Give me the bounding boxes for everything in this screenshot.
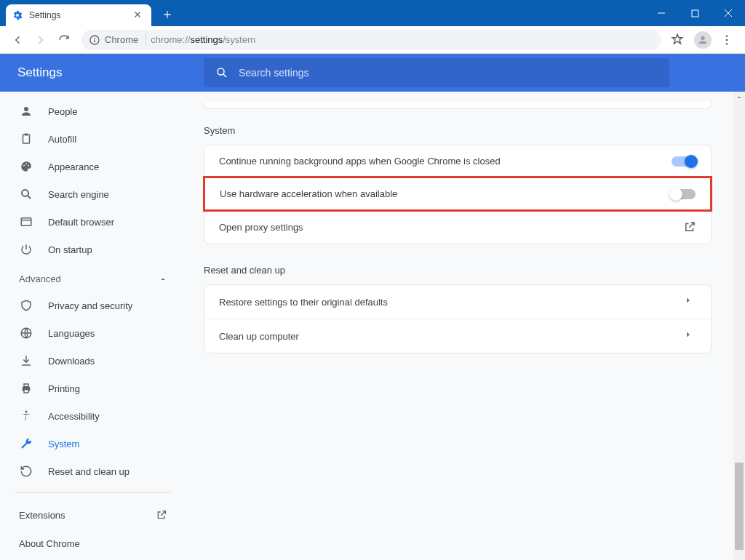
extensions-label: Extensions — [19, 510, 65, 521]
browser-toolbar: Chrome chrome://settings/system — [0, 26, 745, 54]
svg-point-13 — [25, 163, 27, 164]
sidebar-item-label: Reset and clean up — [48, 466, 130, 477]
toggle-hardware-acceleration[interactable] — [671, 189, 696, 199]
svg-rect-3 — [94, 39, 95, 42]
search-icon — [19, 187, 33, 201]
row-proxy-settings[interactable]: Open proxy settings — [204, 210, 711, 244]
globe-icon — [19, 326, 33, 340]
sidebar-item-accessibility[interactable]: Accessibility — [0, 402, 186, 430]
sidebar-divider — [15, 492, 172, 493]
row-background-apps: Continue running background apps when Go… — [204, 145, 711, 177]
browser-tab[interactable]: Settings — [6, 4, 151, 26]
page-title: Settings — [17, 65, 204, 80]
sidebar-item-label: Appearance — [48, 161, 99, 172]
close-icon[interactable] — [132, 9, 144, 21]
maximize-button[interactable] — [678, 0, 712, 26]
sidebar-item-reset[interactable]: Reset and clean up — [0, 457, 186, 485]
palette-icon — [19, 159, 33, 174]
svg-point-6 — [726, 39, 728, 41]
row-label: Open proxy settings — [219, 222, 303, 233]
about-label: About Chrome — [19, 538, 80, 549]
window-titlebar: Settings — [0, 0, 745, 26]
row-hardware-acceleration: Use hardware acceleration when available — [203, 176, 712, 212]
sidebar-item-label: Downloads — [48, 356, 95, 367]
external-link-icon — [156, 509, 167, 521]
previous-card-stub — [204, 102, 712, 109]
sidebar-item-label: On startup — [48, 244, 92, 255]
svg-point-21 — [25, 411, 28, 413]
toggle-background-apps[interactable] — [672, 156, 696, 167]
search-settings-input[interactable] — [239, 67, 658, 79]
sidebar-item-label: Privacy and security — [48, 300, 132, 311]
shield-icon — [19, 298, 33, 313]
sidebar-item-privacy[interactable]: Privacy and security — [0, 292, 186, 319]
restore-icon — [19, 464, 33, 479]
sidebar-about[interactable]: About Chrome — [0, 529, 186, 558]
minimize-button[interactable] — [645, 0, 678, 26]
settings-header: Settings — [0, 54, 745, 92]
chevron-right-icon — [683, 329, 696, 343]
sidebar-item-default-browser[interactable]: Default browser — [0, 208, 186, 236]
row-label: Continue running background apps when Go… — [219, 156, 501, 167]
svg-point-4 — [701, 36, 704, 39]
address-bar[interactable]: Chrome chrome://settings/system — [81, 30, 661, 50]
new-tab-button[interactable] — [157, 4, 178, 25]
sidebar-item-appearance[interactable]: Appearance — [0, 153, 186, 180]
scrollbar-thumb[interactable] — [735, 463, 744, 550]
sidebar-item-on-startup[interactable]: On startup — [0, 236, 186, 263]
sidebar-item-label: Printing — [48, 383, 80, 394]
profile-avatar[interactable] — [694, 31, 712, 49]
settings-content: System Continue running background apps … — [186, 92, 745, 560]
reload-button[interactable] — [54, 30, 74, 50]
clipboard-icon — [19, 132, 33, 146]
forward-button[interactable] — [31, 30, 51, 50]
chevron-right-icon — [683, 295, 696, 308]
scrollbar[interactable] — [733, 92, 745, 560]
section-title-system: System — [204, 125, 712, 136]
sidebar-item-label: Accessibility — [48, 411, 100, 422]
sidebar-item-printing[interactable]: Printing — [0, 375, 186, 402]
svg-rect-0 — [692, 10, 698, 17]
printer-icon — [19, 381, 33, 396]
search-icon — [215, 66, 228, 79]
external-link-icon — [683, 220, 696, 233]
back-button[interactable] — [7, 30, 28, 50]
close-window-button[interactable] — [712, 0, 745, 26]
row-label: Use hardware acceleration when available — [220, 188, 397, 199]
row-restore-defaults[interactable]: Restore settings to their original defau… — [204, 285, 711, 319]
sidebar-extensions[interactable]: Extensions — [0, 500, 186, 529]
section-title-reset: Reset and clean up — [204, 265, 712, 276]
browser-icon — [19, 215, 33, 229]
sidebar-item-languages[interactable]: Languages — [0, 319, 186, 347]
window-controls — [645, 0, 745, 26]
sidebar-item-people[interactable]: People — [0, 97, 186, 125]
row-cleanup-computer[interactable]: Clean up computer — [204, 319, 711, 353]
kebab-menu-icon[interactable] — [720, 33, 735, 47]
svg-point-9 — [24, 107, 28, 111]
row-label: Restore settings to their original defau… — [219, 297, 388, 308]
scroll-up-arrow-icon[interactable] — [733, 92, 745, 103]
svg-point-5 — [726, 35, 728, 37]
svg-rect-19 — [24, 384, 28, 387]
search-settings[interactable] — [204, 58, 669, 87]
download-icon — [19, 353, 33, 368]
sidebar-advanced-toggle[interactable]: Advanced — [0, 263, 186, 292]
bookmark-star-icon[interactable] — [671, 33, 685, 47]
sidebar-item-downloads[interactable]: Downloads — [0, 347, 186, 375]
svg-point-12 — [23, 165, 25, 167]
site-info-icon[interactable] — [89, 34, 100, 46]
tab-title: Settings — [29, 10, 128, 20]
reset-card: Restore settings to their original defau… — [204, 284, 712, 353]
power-icon — [19, 242, 33, 257]
sidebar-item-label: Languages — [48, 328, 95, 339]
svg-point-14 — [28, 165, 29, 167]
sidebar-item-search-engine[interactable]: Search engine — [0, 180, 186, 208]
svg-rect-11 — [25, 134, 28, 136]
svg-rect-16 — [21, 218, 31, 226]
svg-rect-10 — [23, 135, 30, 143]
svg-point-8 — [218, 68, 224, 75]
sidebar-item-system[interactable]: System — [0, 430, 186, 457]
sidebar-item-autofill[interactable]: Autofill — [0, 125, 186, 153]
settings-sidebar: People Autofill Appearance Search engine… — [0, 92, 186, 560]
svg-rect-20 — [24, 390, 28, 393]
